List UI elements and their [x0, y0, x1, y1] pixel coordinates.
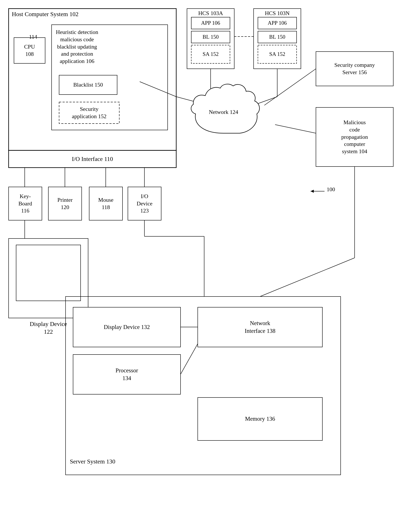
printer-label: Printer 120: [48, 187, 82, 220]
malicious-code-label: Malicious code propagation computer syst…: [316, 107, 393, 167]
svg-line-44: [260, 258, 355, 296]
blacklist-label: Blacklist 150: [59, 75, 117, 95]
hcs-103n-title: HCS 103N: [254, 10, 301, 17]
svg-line-41: [264, 69, 316, 105]
hcs-103n-bl: BL 150: [258, 31, 297, 43]
svg-line-42: [275, 125, 316, 133]
svg-line-31: [181, 344, 198, 374]
svg-text:Network 124: Network 124: [209, 109, 238, 115]
hcs-103a-app: APP 106: [191, 17, 230, 29]
io-interface-label: I/O Interface 110: [9, 150, 176, 168]
hcs-103a-sa: SA 152: [191, 45, 230, 63]
ref-100-label: 100: [327, 186, 335, 193]
diagram: Host Computer System 102 114 CPU 108 Heu…: [0, 0, 415, 532]
cpu-label: CPU 108: [14, 38, 45, 63]
hcs-103n-app: APP 106: [258, 17, 297, 29]
hcs-103a-title: HCS 103A: [187, 10, 234, 17]
network-cloud: Network 124: [183, 82, 264, 142]
memory-label: Memory 136: [198, 398, 322, 440]
mouse-label: Mouse 118: [89, 187, 123, 220]
display-device-132-label: Display Device 132: [73, 307, 181, 347]
network-interface-label: Network Interface 138: [198, 307, 322, 347]
hcs-103a-bl: BL 150: [191, 31, 230, 43]
hcs-103n-sa: SA 152: [258, 45, 297, 63]
svg-rect-10: [9, 238, 88, 318]
keyboard-label: Key- Board 116: [9, 187, 42, 220]
svg-rect-11: [16, 245, 81, 301]
security-server-label: Security company Server 156: [316, 52, 393, 86]
io-device-label: I/O Device 123: [128, 187, 161, 220]
security-app-label: Security application 152: [59, 102, 119, 124]
svg-marker-52: [310, 190, 314, 193]
host-computer-label: Host Computer System 102: [12, 10, 78, 18]
server-system-label: Server System 130: [66, 458, 152, 466]
processor-label: Processor 134: [73, 354, 181, 394]
